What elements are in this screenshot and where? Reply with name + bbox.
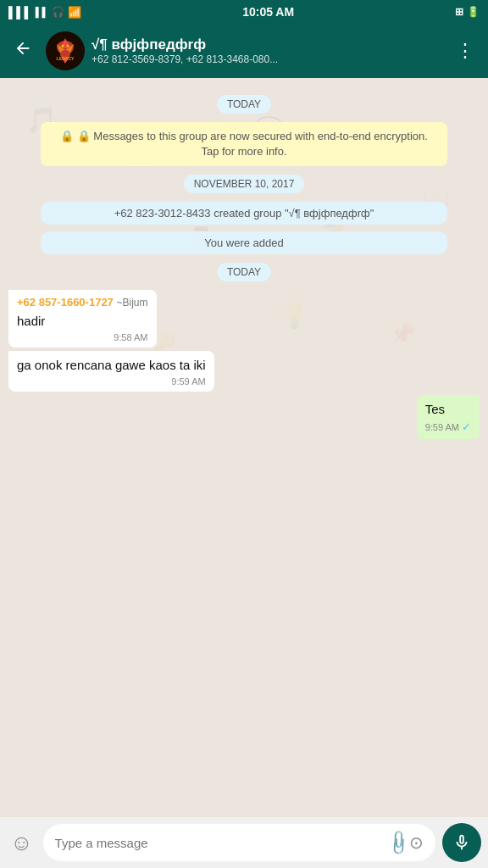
message-input-wrap[interactable]: 📎 ⊙	[43, 824, 435, 861]
status-left: ▌▌▌ ▌▌ 🎧 📶	[8, 6, 81, 19]
back-button[interactable]	[7, 32, 39, 70]
date-label-today: TODAY	[8, 95, 480, 114]
battery-icon: 🔋	[467, 6, 480, 18]
bubble-received[interactable]: ga onok rencana gawe kaos ta iki 9:59 AM	[8, 351, 214, 392]
sim-icon: ▌▌	[36, 7, 49, 17]
screenshot-icon: ⊞	[455, 6, 463, 18]
bubble-sender: +62 857-1660-1727 ~Bijum	[17, 295, 148, 310]
group-numbers: +62 812-3569-8379, +62 813-3468-080...	[92, 53, 442, 65]
group-name: √¶ вфjфпедфrф	[92, 36, 442, 53]
wifi-icon: 📶	[68, 6, 81, 19]
message-input[interactable]	[55, 836, 388, 850]
encryption-notice[interactable]: 🔒 🔒 Messages to this group are now secur…	[41, 122, 447, 166]
message-row: Tes 9:59 AM ✓	[8, 395, 480, 438]
status-right: ⊞ 🔋	[455, 6, 480, 18]
svg-point-8	[67, 45, 69, 47]
status-bar: ▌▌▌ ▌▌ 🎧 📶 10:05 AM ⊞ 🔋	[0, 0, 488, 24]
group-created-msg: +62 823-3012-8433 created group "√¶ вфjф…	[41, 202, 447, 225]
bubble-received[interactable]: +62 857-1660-1727 ~Bijum hadir 9:58 AM	[8, 290, 157, 348]
chat-area: 🎵 📷 💬 ⊕ ✂ 📱 🎭 📖 🎨 🔑 💡 📌 TODAY 🔒 🔒 Messag…	[0, 78, 488, 817]
svg-text:LEGACY: LEGACY	[57, 56, 75, 61]
mic-button[interactable]	[442, 823, 481, 862]
lock-icon: 🔒	[60, 130, 74, 142]
date-label-today2: TODAY	[8, 263, 480, 281]
message-tick: ✓	[462, 420, 471, 435]
bubble-text: hadir	[17, 312, 148, 330]
bubble-sent[interactable]: Tes 9:59 AM ✓	[417, 395, 480, 438]
bubble-text: Tes	[425, 400, 471, 418]
bubble-time: 9:59 AM ✓	[425, 420, 471, 435]
message-row: ga onok rencana gawe kaos ta iki 9:59 AM	[8, 351, 480, 392]
chat-header[interactable]: LEGACY √¶ вфjфпедфrф +62 812-3569-8379, …	[0, 24, 488, 78]
input-bar: ☺ 📎 ⊙	[0, 817, 488, 868]
bubble-time: 9:58 AM	[17, 331, 148, 344]
menu-button[interactable]: ⋮	[449, 33, 481, 69]
chat-content: TODAY 🔒 🔒 Messages to this group are now…	[8, 95, 480, 439]
emoji-button[interactable]: ☺	[7, 830, 36, 856]
bubble-time: 9:59 AM	[17, 376, 206, 388]
date-label-nov: NOVEMBER 10, 2017	[8, 175, 480, 193]
svg-point-7	[62, 45, 64, 47]
group-avatar[interactable]: LEGACY	[46, 31, 85, 70]
status-time: 10:05 AM	[242, 5, 294, 19]
header-group-info[interactable]: √¶ вфjфпедфrф +62 812-3569-8379, +62 813…	[92, 36, 442, 65]
bubble-text: ga onok rencana gawe kaos ta iki	[17, 356, 206, 374]
signal-icon: ▌▌▌	[8, 6, 32, 19]
message-row: +62 857-1660-1727 ~Bijum hadir 9:58 AM	[8, 290, 480, 348]
added-msg: You were added	[41, 231, 447, 254]
headset-icon: 🎧	[52, 6, 64, 18]
